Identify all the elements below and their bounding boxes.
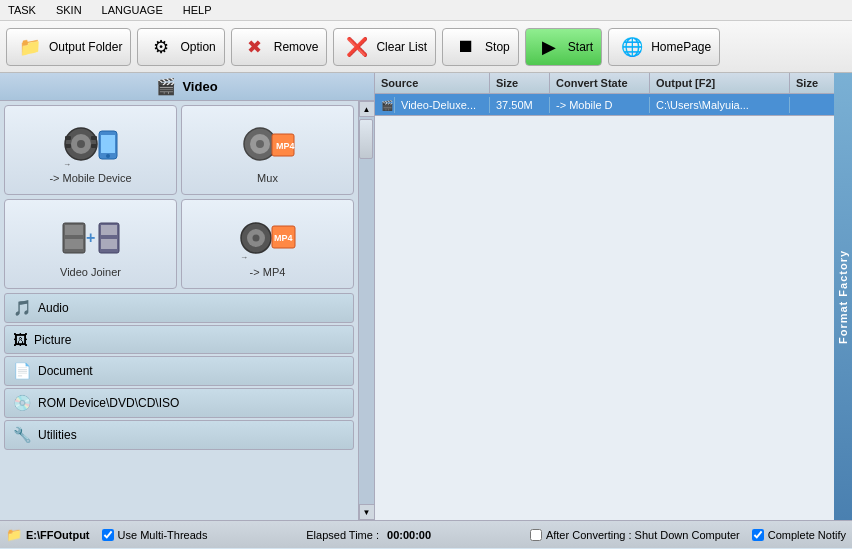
scroll-up[interactable]: ▲ xyxy=(359,101,375,117)
row-source: Video-Deluxe... xyxy=(395,97,490,113)
svg-text:→: → xyxy=(240,253,248,262)
section-rom[interactable]: 💿 ROM Device\DVD\CD\ISO xyxy=(4,388,354,418)
grid-item-joiner[interactable]: + Video Joiner xyxy=(4,199,177,289)
remove-icon: ✖ xyxy=(240,32,270,62)
scroll-thumb[interactable] xyxy=(359,119,373,159)
scroll-down[interactable]: ▼ xyxy=(359,504,375,520)
utilities-icon: 🔧 xyxy=(13,426,32,444)
mux-icon: MP4 xyxy=(238,117,298,172)
output-folder-button[interactable]: 📁 Output Folder xyxy=(6,28,131,66)
mux-label: Mux xyxy=(257,172,278,184)
option-label: Option xyxy=(180,40,215,54)
homepage-button[interactable]: 🌐 HomePage xyxy=(608,28,720,66)
row-icon: 🎬 xyxy=(375,97,395,113)
svg-rect-17 xyxy=(65,225,83,235)
col-size: Size xyxy=(490,73,550,93)
svg-rect-5 xyxy=(91,136,97,140)
toolbar: 📁 Output Folder ⚙ Option ✖ Remove ❌ Clea… xyxy=(0,21,852,73)
menu-language[interactable]: LANGUAGE xyxy=(98,2,167,18)
audio-icon: 🎵 xyxy=(13,299,32,317)
row-output: C:\Users\Malyuia... xyxy=(650,97,790,113)
remove-label: Remove xyxy=(274,40,319,54)
svg-text:MP4: MP4 xyxy=(276,141,295,151)
remove-button[interactable]: ✖ Remove xyxy=(231,28,328,66)
section-utilities[interactable]: 🔧 Utilities xyxy=(4,420,354,450)
section-picture[interactable]: 🖼 Picture xyxy=(4,325,354,354)
elapsed-label: Elapsed Time : xyxy=(306,529,379,541)
picture-icon: 🖼 xyxy=(13,331,28,348)
complete-notify-label: Complete Notify xyxy=(768,529,846,541)
section-audio[interactable]: 🎵 Audio xyxy=(4,293,354,323)
left-scrollbar[interactable]: ▲ ▼ xyxy=(358,101,374,520)
multi-threads-area: Use Multi-Threads xyxy=(102,529,208,541)
stop-button[interactable]: ⏹ Stop xyxy=(442,28,519,66)
rom-label: ROM Device\DVD\CD\ISO xyxy=(38,396,179,410)
home-icon: 🌐 xyxy=(617,32,647,62)
grid-item-mp4[interactable]: MP4 → -> MP4 xyxy=(181,199,354,289)
left-panel-header: 🎬 Video xyxy=(0,73,374,101)
svg-point-13 xyxy=(256,140,264,148)
menu-task[interactable]: TASK xyxy=(4,2,40,18)
table-row[interactable]: 🎬 Video-Deluxe... 37.50M -> Mobile D C:\… xyxy=(375,94,852,116)
output-path-icon: 📁 xyxy=(6,527,22,542)
format-factory-label: Format Factory xyxy=(834,73,852,520)
svg-rect-22 xyxy=(101,239,117,249)
svg-rect-8 xyxy=(101,135,115,153)
audio-label: Audio xyxy=(38,301,69,315)
menu-help[interactable]: HELP xyxy=(179,2,216,18)
row-size: 37.50M xyxy=(490,97,550,113)
complete-notify-checkbox[interactable] xyxy=(752,529,764,541)
column-headers: Source Size Convert State Output [F2] Si… xyxy=(375,73,852,94)
grid-item-mux[interactable]: MP4 Mux xyxy=(181,105,354,195)
svg-point-25 xyxy=(252,235,259,242)
clear-list-label: Clear List xyxy=(376,40,427,54)
start-button[interactable]: ▶ Start xyxy=(525,28,602,66)
svg-text:MP4: MP4 xyxy=(274,233,293,243)
col-convert-state: Convert State xyxy=(550,73,650,93)
main-area: 🎬 Video xyxy=(0,73,852,520)
gear-icon: ⚙ xyxy=(146,32,176,62)
joiner-label: Video Joiner xyxy=(60,266,121,278)
multi-threads-checkbox[interactable] xyxy=(102,529,114,541)
statusbar: 📁 E:\FFOutput Use Multi-Threads Elapsed … xyxy=(0,520,852,548)
output-path: E:\FFOutput xyxy=(26,529,90,541)
svg-text:+: + xyxy=(86,229,95,246)
svg-text:→: → xyxy=(63,160,71,169)
col-source: Source xyxy=(375,73,490,93)
left-panel-title: Video xyxy=(182,79,217,94)
mobile-label: -> Mobile Device xyxy=(49,172,131,184)
stop-label: Stop xyxy=(485,40,510,54)
after-converting-checkbox[interactable] xyxy=(530,529,542,541)
mp4-label: -> MP4 xyxy=(250,266,286,278)
picture-label: Picture xyxy=(34,333,71,347)
document-icon: 📄 xyxy=(13,362,32,380)
after-converting-label: After Converting : Shut Down Computer xyxy=(546,529,740,541)
option-button[interactable]: ⚙ Option xyxy=(137,28,224,66)
clear-list-button[interactable]: ❌ Clear List xyxy=(333,28,436,66)
stop-icon: ⏹ xyxy=(451,32,481,62)
start-icon: ▶ xyxy=(534,32,564,62)
section-document[interactable]: 📄 Document xyxy=(4,356,354,386)
sections-list: 🎵 Audio 🖼 Picture 📄 Document 💿 ROM Devic… xyxy=(4,293,354,450)
menu-skin[interactable]: SKIN xyxy=(52,2,86,18)
multi-threads-label: Use Multi-Threads xyxy=(118,529,208,541)
left-content: → -> Mobile Device xyxy=(0,101,358,520)
rom-icon: 💿 xyxy=(13,394,32,412)
start-label: Start xyxy=(568,40,593,54)
svg-point-2 xyxy=(77,140,85,148)
folder-icon: 📁 xyxy=(15,32,45,62)
video-header-icon: 🎬 xyxy=(156,77,176,96)
right-panel: Source Size Convert State Output [F2] Si… xyxy=(375,73,852,520)
svg-rect-4 xyxy=(65,144,71,148)
grid-item-mobile[interactable]: → -> Mobile Device xyxy=(4,105,177,195)
homepage-label: HomePage xyxy=(651,40,711,54)
menubar: TASK SKIN LANGUAGE HELP xyxy=(0,0,852,21)
video-grid: → -> Mobile Device xyxy=(4,105,354,289)
mobile-icon: → xyxy=(61,117,121,172)
svg-rect-21 xyxy=(101,225,117,235)
document-label: Document xyxy=(38,364,93,378)
after-converting-area: After Converting : Shut Down Computer xyxy=(530,529,740,541)
utilities-label: Utilities xyxy=(38,428,77,442)
svg-rect-3 xyxy=(65,136,71,140)
complete-notify-area: Complete Notify xyxy=(752,529,846,541)
